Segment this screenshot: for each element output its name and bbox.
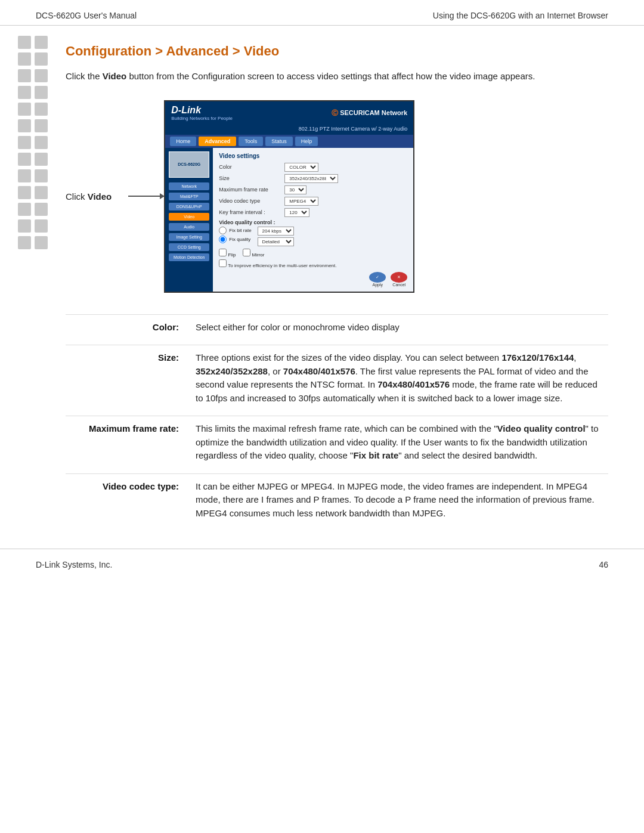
sq [18,236,31,249]
sq [18,136,31,149]
desc-row-color: Color: Select either for color or monoch… [66,314,608,345]
header-right: Using the DCS-6620G with an Internet Bro… [433,11,608,20]
callout-arrow [128,196,164,197]
cam-select-framerate[interactable]: 30 [284,185,306,194]
cam-nav-tools[interactable]: Tools [239,137,263,146]
intro-bold-video: Video [103,71,127,81]
sq [35,219,48,233]
cam-sidebar-motion[interactable]: Motion Detection [169,253,209,261]
cam-label-color: Color [219,164,284,170]
cam-row-keyframe: Key frame interval : 120 [219,208,407,217]
sq [35,169,48,182]
sidebar-squares [18,36,48,253]
cam-nav-home[interactable]: Home [170,137,196,146]
cam-cancel-label: Cancel [392,283,405,287]
cam-mirror-checkbox[interactable] [243,249,250,256]
cam-row-codec: Video codec type MPEG4 [219,197,407,206]
sq [18,69,31,82]
main-content: Configuration > Advanced > Video Click t… [66,26,608,531]
cam-cancel-button[interactable]: ✕ [391,272,407,283]
cam-body: DCS-6620G Network Mail&FTP DDNS&UPnP Vid… [165,148,413,292]
cam-radio-fixbit: Fix bit rate [219,227,251,234]
cam-quality-label: Video quality control : [219,219,407,225]
def-size: Three options exist for the sizes of the… [191,345,608,416]
callout-bold: Video [88,191,112,202]
cam-flip-checkbox[interactable] [219,249,227,256]
cam-apply-pair: ✓ Apply [369,272,386,287]
term-framerate: Maximum frame rate: [66,416,191,474]
cam-select-codec[interactable]: MPEG4 [284,197,318,206]
cam-improve-checkbox[interactable] [219,259,227,267]
def-codec: It can be either MJPEG or MPEG4. In MJPE… [191,473,608,531]
cam-actions: ✓ Apply ✕ Cancel [219,272,407,287]
cam-quality-selects: 204 kbps Detailed [258,227,294,246]
cam-select-quality-level[interactable]: Detailed [258,237,294,246]
cam-select-bitrate[interactable]: 204 kbps [258,227,294,236]
cam-sidebar-mailftp[interactable]: Mail&FTP [169,193,209,200]
sq [35,69,48,82]
sq [18,103,31,116]
cam-brand-name: D-Link Building Networks for People [171,105,233,121]
cam-sidebar-ccd[interactable]: CCD Setting [169,243,209,251]
intro-paragraph: Click the Video button from the Configur… [66,70,608,83]
cam-cancel-pair: ✕ Cancel [391,272,407,287]
section-title: Configuration > Advanced > Video [66,44,608,59]
cam-flip-mirror-row: Flip Mirror [219,249,407,258]
page-header: DCS-6620G User's Manual Using the DCS-66… [0,0,644,26]
cam-quality-controls: Fix bit rate Fix quality 204 kbps D [219,227,407,246]
camera-ui-screenshot: D-Link Building Networks for People Ⓒ SE… [164,100,414,293]
sq [18,169,31,182]
cam-label-size: Size [219,175,284,181]
cam-row-framerate: Maximum frame rate 30 [219,185,407,194]
sq [18,186,31,199]
cam-radio-fixquality-input[interactable] [219,236,227,243]
cam-improve-row: To improve efficiency in the multi-user … [219,259,407,268]
cam-apply-button[interactable]: ✓ [369,272,386,283]
cam-select-keyframe[interactable]: 120 [284,208,309,217]
cam-nav-advanced[interactable]: Advanced [199,137,236,146]
sq [35,153,48,166]
term-size: Size: [66,345,191,416]
sq [18,52,31,66]
sq [35,136,48,149]
screenshot-area: Click Video D-Link Building Networks for… [66,100,608,293]
cam-nav-status[interactable]: Status [265,137,293,146]
cam-row-size: Size 352x240/352x288 [219,174,407,183]
cam-subtitle: 802.11g PTZ Internet Camera w/ 2-way Aud… [165,125,413,135]
sq [18,219,31,233]
footer-right: 46 [599,560,608,569]
sq [35,86,48,99]
callout-label: Click Video [66,191,112,202]
cam-sidebar-image[interactable]: Image Setting [169,233,209,241]
cam-panel-title: Video settings [219,153,407,159]
header-left: DCS-6620G User's Manual [36,11,137,20]
cam-select-color[interactable]: COLOR [284,163,318,172]
sq [18,153,31,166]
cam-apply-label: Apply [372,283,383,287]
cam-sidebar-ddns[interactable]: DDNS&UPnP [169,203,209,210]
cam-securicam: Ⓒ SECURICAM Network [332,109,407,117]
desc-row-framerate: Maximum frame rate: This limits the maxi… [66,416,608,474]
cam-brand-tagline: Building Networks for People [171,116,233,121]
sq [18,119,31,132]
cam-label-keyframe: Key frame interval : [219,209,284,215]
cam-sidebar-network[interactable]: Network [169,182,209,190]
sq [35,186,48,199]
cam-radio-fixbit-input[interactable] [219,227,227,234]
cam-nav-help[interactable]: Help [295,137,318,146]
sq [35,52,48,66]
sq [35,103,48,116]
cam-label-codec: Video codec type [219,198,284,204]
cam-sidebar-video[interactable]: Video [169,213,209,221]
sq [35,203,48,216]
cam-select-size[interactable]: 352x240/352x288 [284,174,338,183]
cam-main-panel: Video settings Color COLOR Size 352x240/… [213,148,413,292]
desc-row-codec: Video codec type: It can be either MJPEG… [66,473,608,531]
cam-radio-fixquality: Fix quality [219,236,251,243]
term-color: Color: [66,314,191,345]
page-footer: D-Link Systems, Inc. 46 [0,549,644,580]
term-codec: Video codec type: [66,473,191,531]
cam-radio-group: Fix bit rate Fix quality [219,227,251,246]
cam-sidebar-audio[interactable]: Audio [169,223,209,231]
sq [35,119,48,132]
